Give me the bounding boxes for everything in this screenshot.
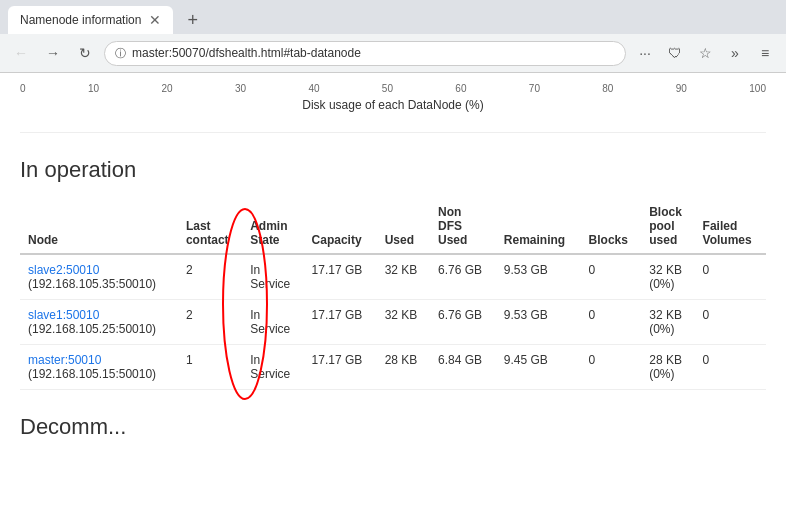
- cell-last-contact: 2: [178, 300, 242, 345]
- cell-failed-volumes: 0: [695, 345, 766, 390]
- tick-60: 60: [455, 83, 466, 94]
- cell-remaining: 9.53 GB: [496, 254, 581, 300]
- chart-axis: 0 10 20 30 40 50 60 70 80 90 100: [20, 83, 766, 94]
- col-header-failed-volumes: FailedVolumes: [695, 199, 766, 254]
- cell-last-contact: 2: [178, 254, 242, 300]
- tick-80: 80: [602, 83, 613, 94]
- tick-70: 70: [529, 83, 540, 94]
- col-header-used: Used: [377, 199, 430, 254]
- col-header-block-pool-used: Blockpoolused: [641, 199, 694, 254]
- url-box[interactable]: ⓘ master:50070/dfshealth.html#tab-datano…: [104, 41, 626, 66]
- cell-failed-volumes: 0: [695, 254, 766, 300]
- cell-admin-state: InService: [242, 345, 303, 390]
- cell-used: 32 KB: [377, 300, 430, 345]
- chart-section: 0 10 20 30 40 50 60 70 80 90 100 Disk us…: [20, 73, 766, 133]
- back-button[interactable]: ←: [8, 40, 34, 66]
- cell-node: slave1:50010 (192.168.105.25:50010): [20, 300, 178, 345]
- cell-blocks: 0: [581, 254, 642, 300]
- cell-block-pool-used: 32 KB(0%): [641, 300, 694, 345]
- tick-10: 10: [88, 83, 99, 94]
- cell-failed-volumes: 0: [695, 300, 766, 345]
- table-row: slave1:50010 (192.168.105.25:50010) 2 In…: [20, 300, 766, 345]
- url-text: master:50070/dfshealth.html#tab-datanode: [132, 46, 615, 60]
- datanode-table: Node Lastcontact AdminState Capacity Use…: [20, 199, 766, 390]
- cell-admin-state: InService: [242, 300, 303, 345]
- reload-button[interactable]: ↻: [72, 40, 98, 66]
- node-ip: (192.168.105.15:50010): [28, 367, 156, 381]
- cell-remaining: 9.53 GB: [496, 300, 581, 345]
- cell-capacity: 17.17 GB: [304, 254, 377, 300]
- col-header-non-dfs-used: NonDFSUsed: [430, 199, 496, 254]
- node-ip: (192.168.105.35:50010): [28, 277, 156, 291]
- browser-actions: ··· 🛡 ☆ » ≡: [632, 40, 778, 66]
- tick-30: 30: [235, 83, 246, 94]
- new-tab-button[interactable]: +: [181, 8, 204, 33]
- forward-button[interactable]: →: [40, 40, 66, 66]
- cell-non-dfs-used: 6.76 GB: [430, 254, 496, 300]
- cell-capacity: 17.17 GB: [304, 345, 377, 390]
- col-header-capacity: Capacity: [304, 199, 377, 254]
- tab-title: Namenode information: [20, 13, 141, 27]
- node-link[interactable]: slave1:50010: [28, 308, 99, 322]
- menu-button[interactable]: ≡: [752, 40, 778, 66]
- in-operation-title: In operation: [20, 157, 766, 183]
- address-bar: ← → ↻ ⓘ master:50070/dfshealth.html#tab-…: [0, 34, 786, 72]
- cell-blocks: 0: [581, 345, 642, 390]
- tick-100: 100: [749, 83, 766, 94]
- chart-title: Disk usage of each DataNode (%): [20, 98, 766, 112]
- col-header-admin-state: AdminState: [242, 199, 303, 254]
- active-tab[interactable]: Namenode information ✕: [8, 6, 173, 34]
- page-content: 0 10 20 30 40 50 60 70 80 90 100 Disk us…: [0, 73, 786, 440]
- table-row: master:50010 (192.168.105.15:50010) 1 In…: [20, 345, 766, 390]
- cell-node: master:50010 (192.168.105.15:50010): [20, 345, 178, 390]
- cell-non-dfs-used: 6.84 GB: [430, 345, 496, 390]
- tick-0: 0: [20, 83, 26, 94]
- cell-non-dfs-used: 6.76 GB: [430, 300, 496, 345]
- cell-used: 28 KB: [377, 345, 430, 390]
- cell-block-pool-used: 32 KB(0%): [641, 254, 694, 300]
- bookmark-button[interactable]: 🛡: [662, 40, 688, 66]
- more-tools-button[interactable]: ···: [632, 40, 658, 66]
- extensions-button[interactable]: »: [722, 40, 748, 66]
- node-link[interactable]: slave2:50010: [28, 263, 99, 277]
- table-wrapper: Node Lastcontact AdminState Capacity Use…: [20, 199, 766, 390]
- table-row: slave2:50010 (192.168.105.35:50010) 2 In…: [20, 254, 766, 300]
- node-ip: (192.168.105.25:50010): [28, 322, 156, 336]
- cell-used: 32 KB: [377, 254, 430, 300]
- url-security-icon: ⓘ: [115, 46, 126, 61]
- cell-admin-state: InService: [242, 254, 303, 300]
- cell-blocks: 0: [581, 300, 642, 345]
- tab-close-button[interactable]: ✕: [149, 12, 161, 28]
- cell-remaining: 9.45 GB: [496, 345, 581, 390]
- star-button[interactable]: ☆: [692, 40, 718, 66]
- cell-node: slave2:50010 (192.168.105.35:50010): [20, 254, 178, 300]
- cell-last-contact: 1: [178, 345, 242, 390]
- browser-chrome: Namenode information ✕ + ← → ↻ ⓘ master:…: [0, 0, 786, 73]
- cell-block-pool-used: 28 KB(0%): [641, 345, 694, 390]
- tick-20: 20: [161, 83, 172, 94]
- col-header-node: Node: [20, 199, 178, 254]
- tick-90: 90: [676, 83, 687, 94]
- table-header-row: Node Lastcontact AdminState Capacity Use…: [20, 199, 766, 254]
- tick-40: 40: [308, 83, 319, 94]
- cell-capacity: 17.17 GB: [304, 300, 377, 345]
- node-link[interactable]: master:50010: [28, 353, 101, 367]
- col-header-last-contact: Lastcontact: [178, 199, 242, 254]
- decomm-section-title: Decomm...: [20, 414, 766, 440]
- col-header-blocks: Blocks: [581, 199, 642, 254]
- col-header-remaining: Remaining: [496, 199, 581, 254]
- tick-50: 50: [382, 83, 393, 94]
- tab-bar: Namenode information ✕ +: [0, 0, 786, 34]
